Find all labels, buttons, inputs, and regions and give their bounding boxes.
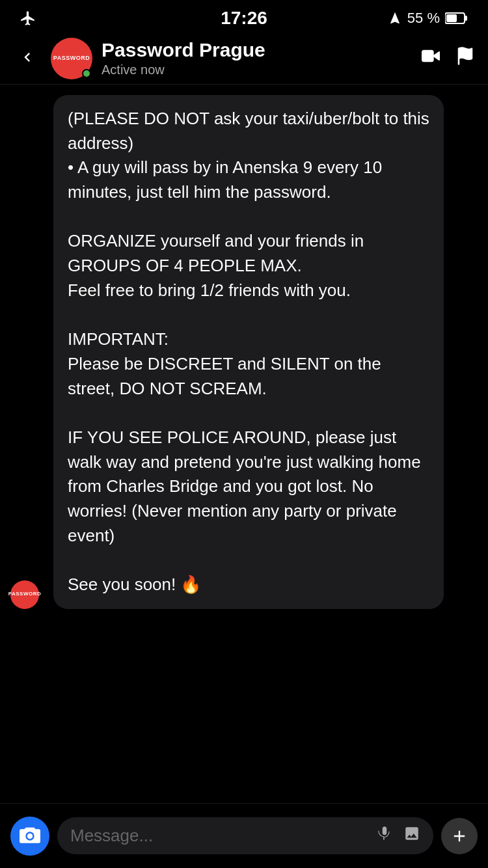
svg-rect-2 (446, 14, 457, 22)
status-right: 55 % (388, 10, 468, 27)
microphone-button[interactable] (376, 825, 393, 847)
chat-area: PASSWORD (PLEASE DO NOT ask your taxi/ub… (0, 85, 488, 803)
status-left (20, 10, 36, 27)
message-bubble: (PLEASE DO NOT ask your taxi/uber/bolt t… (53, 95, 444, 609)
status-time: 17:26 (221, 8, 267, 29)
message-text: (PLEASE DO NOT ask your taxi/uber/bolt t… (68, 107, 429, 597)
location-icon (388, 11, 402, 25)
back-button[interactable] (13, 42, 42, 75)
contact-status: Active now (102, 62, 419, 77)
message-input-container[interactable]: Message... (57, 817, 433, 854)
camera-button[interactable] (10, 817, 49, 856)
header-actions (419, 45, 475, 72)
header-info: Password Prague Active now (102, 39, 419, 77)
battery-icon (445, 12, 468, 25)
photo-picker-button[interactable] (403, 825, 420, 847)
input-bar: Message... (0, 803, 488, 868)
battery-percent: 55 % (407, 10, 440, 27)
message-placeholder[interactable]: Message... (70, 826, 366, 846)
airplane-icon (20, 10, 36, 27)
header: PASSWORD Password Prague Active now (0, 33, 488, 85)
svg-rect-1 (465, 16, 467, 21)
flag-button[interactable] (455, 45, 475, 72)
contact-avatar-container[interactable]: PASSWORD (51, 38, 92, 79)
svg-rect-3 (422, 51, 433, 61)
video-call-button[interactable] (419, 46, 442, 70)
sender-avatar: PASSWORD (10, 580, 39, 609)
message-row: PASSWORD (PLEASE DO NOT ask your taxi/ub… (10, 95, 478, 609)
svg-marker-4 (434, 52, 439, 60)
contact-name: Password Prague (102, 39, 419, 61)
status-bar: 17:26 55 % (0, 0, 488, 33)
add-button[interactable] (441, 818, 478, 854)
online-indicator (82, 69, 91, 78)
